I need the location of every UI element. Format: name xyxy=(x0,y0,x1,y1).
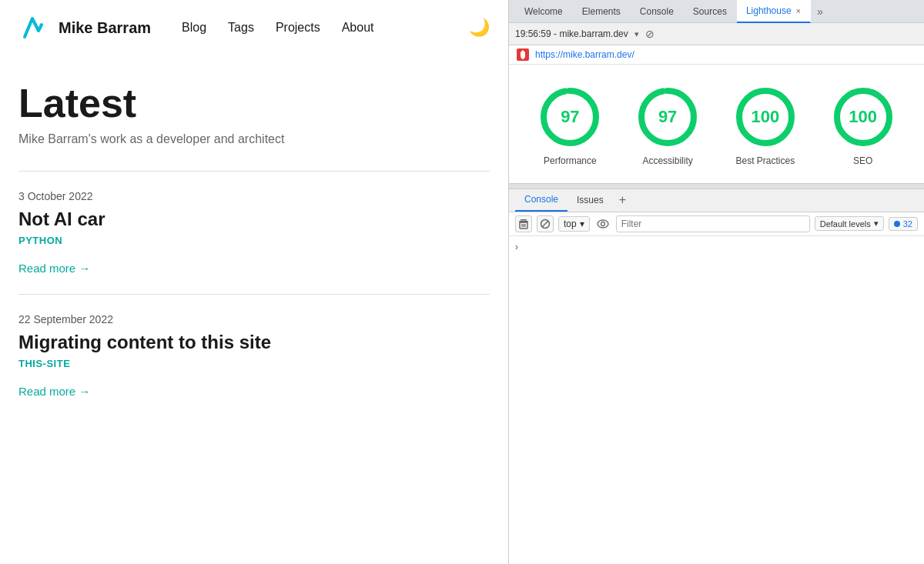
error-dot-icon xyxy=(894,221,900,227)
score-number-0: 97 xyxy=(561,107,579,127)
site-name: Mike Barram xyxy=(59,19,151,37)
post-2-title: Migrating content to this site xyxy=(18,332,490,353)
post-1-tag: PYTHON xyxy=(18,235,490,246)
tab-console-panel[interactable]: Console xyxy=(515,189,567,212)
lighthouse-url-bar: https://mike.barram.dev/ xyxy=(509,45,924,65)
console-tab-bar: Console Issues + xyxy=(509,189,924,212)
divider-2 xyxy=(18,294,490,295)
tab-lighthouse[interactable]: Lighthouse × xyxy=(737,0,811,23)
lighthouse-favicon-icon xyxy=(517,48,529,61)
score-label-1: Accessibility xyxy=(642,155,692,168)
post-2-read-more[interactable]: Read more → xyxy=(18,385,90,398)
log-level-selector[interactable]: Default levels ▾ xyxy=(815,216,884,231)
post-1-read-more[interactable]: Read more → xyxy=(18,262,90,275)
logo-area[interactable]: Mike Barram xyxy=(18,12,151,43)
lighthouse-score-accessibility: 97 Accessibility xyxy=(637,86,698,168)
tab-console[interactable]: Console xyxy=(631,0,684,23)
website-panel: Mike Barram Blog Tags Projects About 🌙 L… xyxy=(0,0,508,564)
svg-point-16 xyxy=(598,220,608,228)
url-stop-icon[interactable]: ⊘ xyxy=(645,28,654,40)
lighthouse-tab-close[interactable]: × xyxy=(796,6,801,15)
console-block-button[interactable] xyxy=(537,215,554,232)
console-content: › xyxy=(509,236,924,564)
log-level-dropdown-icon: ▾ xyxy=(874,219,879,229)
tab-welcome[interactable]: Welcome xyxy=(515,0,573,23)
score-number-3: 100 xyxy=(849,107,877,127)
post-item-1: 3 October 2022 Not AI car PYTHON Read mo… xyxy=(18,190,490,275)
eye-icon xyxy=(597,219,609,229)
score-circle-2: 100 xyxy=(735,86,796,148)
devtools-tab-bar: Welcome Elements Console Sources Lightho… xyxy=(509,0,924,23)
score-circle-1: 97 xyxy=(637,86,698,148)
site-logo-icon xyxy=(18,12,49,43)
block-icon xyxy=(540,219,551,229)
lighthouse-target-url: https://mike.barram.dev/ xyxy=(535,49,634,60)
add-console-tab-button[interactable]: + xyxy=(613,193,632,207)
svg-rect-9 xyxy=(521,219,527,221)
url-bar: 19:56:59 - mike.barram.dev ▾ ⊘ xyxy=(509,23,924,45)
score-circle-3: 100 xyxy=(832,86,894,148)
lighthouse-scores: 97 Performance 97 Accessibility 100 Best… xyxy=(509,65,924,183)
lighthouse-score-seo: 100 SEO xyxy=(832,86,894,168)
nav-tags[interactable]: Tags xyxy=(228,21,254,35)
dark-mode-button[interactable]: 🌙 xyxy=(469,18,490,38)
clear-console-icon xyxy=(518,219,529,229)
post-item-2: 22 September 2022 Migrating content to t… xyxy=(18,313,490,399)
divider-1 xyxy=(18,171,490,172)
tab-sources[interactable]: Sources xyxy=(684,0,737,23)
post-2-date: 22 September 2022 xyxy=(18,313,490,325)
page-title: Latest xyxy=(18,80,490,126)
console-chevron[interactable]: › xyxy=(515,242,518,252)
post-2-tag: THIS-SITE xyxy=(18,358,490,369)
nav-blog[interactable]: Blog xyxy=(182,21,206,35)
score-label-3: SEO xyxy=(853,155,872,168)
console-toolbar: top ▾ Default levels ▾ 32 xyxy=(509,212,924,236)
page-subtitle: Mike Barram's work as a developer and ar… xyxy=(18,132,490,146)
svg-line-15 xyxy=(542,221,548,227)
website-content: Latest Mike Barram's work as a developer… xyxy=(0,55,508,417)
tab-elements[interactable]: Elements xyxy=(573,0,631,23)
nav-header: Mike Barram Blog Tags Projects About 🌙 xyxy=(0,0,508,55)
eye-icon-button[interactable] xyxy=(594,215,611,232)
url-dropdown-icon[interactable]: ▾ xyxy=(634,29,639,39)
score-number-2: 100 xyxy=(752,107,780,127)
lighthouse-score-best-practices: 100 Best Practices xyxy=(735,86,796,168)
post-1-date: 3 October 2022 xyxy=(18,190,490,202)
nav-projects[interactable]: Projects xyxy=(276,21,320,35)
post-1-title: Not AI car xyxy=(18,209,490,230)
context-selector[interactable]: top ▾ xyxy=(558,216,590,232)
nav-links: Blog Tags Projects About xyxy=(182,21,373,35)
svg-point-17 xyxy=(601,222,604,225)
devtools-more-tabs[interactable]: » xyxy=(811,5,829,18)
devtools-panel: Welcome Elements Console Sources Lightho… xyxy=(508,0,924,564)
error-count-badge[interactable]: 32 xyxy=(889,217,918,231)
console-filter-input[interactable] xyxy=(616,215,810,232)
tab-issues-panel[interactable]: Issues xyxy=(567,189,613,212)
lighthouse-score-performance: 97 Performance xyxy=(539,86,601,168)
score-label-2: Best Practices xyxy=(736,155,795,168)
score-number-1: 97 xyxy=(658,107,677,127)
nav-about[interactable]: About xyxy=(342,21,374,35)
console-clear-button[interactable] xyxy=(515,215,532,232)
score-circle-0: 97 xyxy=(539,86,601,148)
url-timestamp: 19:56:59 - mike.barram.dev xyxy=(515,28,628,39)
score-label-0: Performance xyxy=(544,155,597,168)
context-dropdown-icon: ▾ xyxy=(580,219,584,229)
